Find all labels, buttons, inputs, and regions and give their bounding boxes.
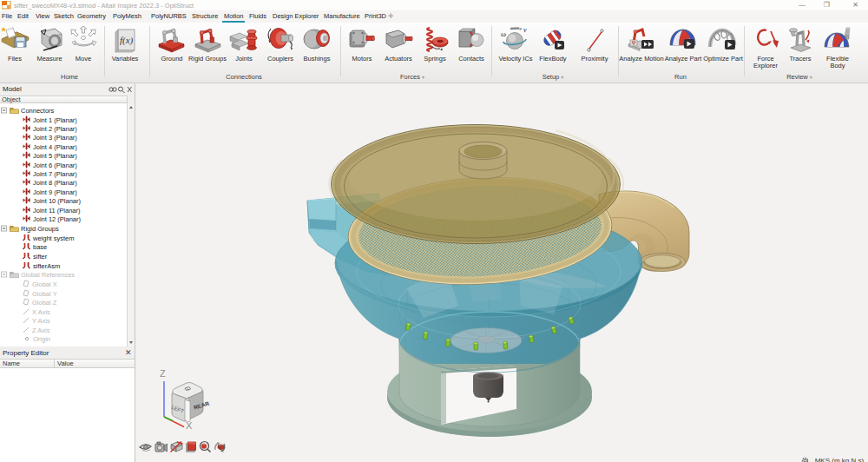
svg-text:v: v: [523, 26, 527, 34]
svg-text:ω: ω: [501, 30, 506, 38]
svg-text:Z: Z: [160, 368, 166, 379]
svg-text:f(x): f(x): [120, 35, 134, 46]
